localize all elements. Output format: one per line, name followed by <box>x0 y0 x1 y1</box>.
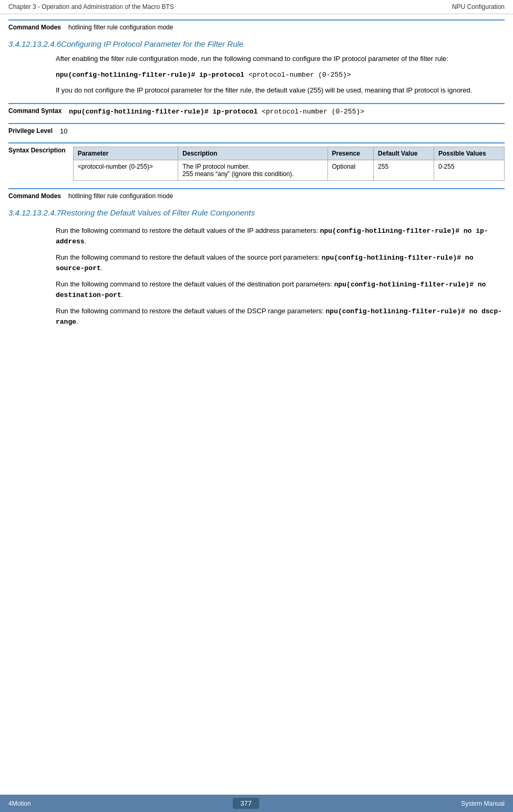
bottom-command-modes-label: Command Modes <box>8 192 68 200</box>
parameter-table: Parameter Description Presence Default V… <box>73 147 505 181</box>
restore-section: Run the following command to restore the… <box>8 225 505 327</box>
page-header: Chapter 3 - Operation and Administration… <box>0 0 513 14</box>
col-parameter: Parameter <box>73 147 178 160</box>
syntax-description-table-wrap: Parameter Description Presence Default V… <box>73 147 505 181</box>
syntax-description-row: Syntax Description Parameter Description… <box>8 142 505 181</box>
header-section-title: NPU Configuration <box>452 3 505 11</box>
command-syntax-bold: npu(config-hotlining-filter-rule)# ip-pr… <box>69 108 258 116</box>
syntax-description-label: Syntax Description <box>8 147 73 154</box>
footer-left: 4Motion <box>8 800 31 807</box>
restore-para-2-suffix: . <box>121 291 124 299</box>
restore-para-1-prefix: Run the following command to restore the… <box>56 253 322 261</box>
table-header: Parameter Description Presence Default V… <box>73 147 504 160</box>
command-syntax-row: Command Syntax npu(config-hotlining-filt… <box>8 103 505 116</box>
table-body: <protocol-number (0-255)> The IP protoco… <box>73 160 504 180</box>
top-command-modes-value: hotlining filter rule configuration mode <box>68 24 173 31</box>
col-possible-values: Possible Values <box>434 147 504 160</box>
section-heading-configure-ip: 3.4.12.13.2.4.6Configuring IP Protocol P… <box>8 39 505 48</box>
restore-para-3-prefix: Run the following command to restore the… <box>56 307 326 315</box>
cell-possible-values: 0-255 <box>434 160 504 180</box>
bottom-command-modes-row: Command Modes hotlining filter rule conf… <box>8 188 505 200</box>
restore-para-0: Run the following command to restore the… <box>56 225 505 247</box>
command-syntax-value: npu(config-hotlining-filter-rule)# ip-pr… <box>69 107 364 116</box>
intro-para-1: After enabling the filter rule configura… <box>56 54 505 64</box>
inline-command-bold: npu(config-hotlining-filter-rule)# ip-pr… <box>56 71 244 79</box>
restore-para-1-suffix: . <box>101 264 103 272</box>
restore-para-1: Run the following command to restore the… <box>56 252 505 274</box>
restore-para-2: Run the following command to restore the… <box>56 279 505 301</box>
command-syntax-normal: <protocol-number (0-255)> <box>258 108 364 116</box>
privilege-level-value: 10 <box>60 127 67 135</box>
page-footer: 4Motion 377 System Manual <box>0 795 513 812</box>
restore-para-3-suffix: . <box>76 317 78 325</box>
restore-section-heading: 3.4.12.13.2.4.7Restoring the Default Val… <box>8 208 505 217</box>
restore-para-3: Run the following command to restore the… <box>56 306 505 327</box>
intro-para-2: If you do not configure the IP protocol … <box>56 85 505 96</box>
top-command-modes-row: Command Modes hotlining filter rule conf… <box>8 19 505 31</box>
table-row: <protocol-number (0-255)> The IP protoco… <box>73 160 504 180</box>
inline-command-normal: <protocol-number (0-255)> <box>244 71 351 79</box>
restore-para-0-suffix: . <box>85 237 87 245</box>
footer-right: System Manual <box>461 800 505 807</box>
main-content: Command Modes hotlining filter rule conf… <box>0 14 513 364</box>
header-chapter-title: Chapter 3 - Operation and Administration… <box>8 3 174 11</box>
cell-default-value: 255 <box>374 160 434 180</box>
cell-description: The IP protocol number.255 means “any” (… <box>178 160 327 180</box>
privilege-level-label: Privilege Level <box>8 127 60 135</box>
col-default-value: Default Value <box>374 147 434 160</box>
restore-para-2-prefix: Run the following command to restore the… <box>56 280 334 288</box>
inline-command-para: npu(config-hotlining-filter-rule)# ip-pr… <box>56 69 505 80</box>
restore-para-0-prefix: Run the following command to restore the… <box>56 227 320 234</box>
top-command-modes-label: Command Modes <box>8 24 68 31</box>
footer-page-number: 377 <box>233 798 259 809</box>
command-syntax-label: Command Syntax <box>8 107 69 115</box>
cell-parameter: <protocol-number (0-255)> <box>73 160 178 180</box>
col-presence: Presence <box>327 147 374 160</box>
bottom-command-modes-value: hotlining filter rule configuration mode <box>68 192 173 200</box>
privilege-level-row: Privilege Level 10 <box>8 123 505 135</box>
table-header-row: Parameter Description Presence Default V… <box>73 147 504 160</box>
cell-presence: Optional <box>327 160 374 180</box>
col-description: Description <box>178 147 327 160</box>
